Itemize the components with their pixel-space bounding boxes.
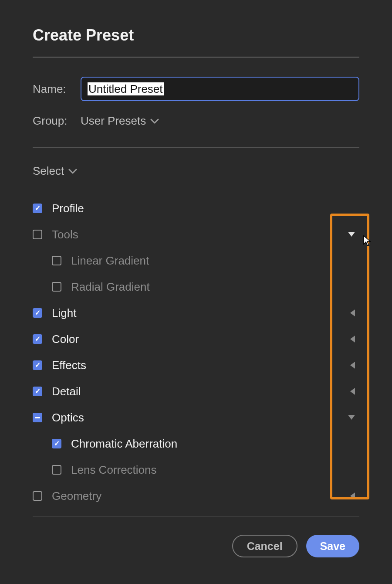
expand-color-toggle[interactable] — [350, 336, 355, 343]
expand-optics-toggle[interactable] — [348, 415, 355, 420]
expand-geometry-toggle[interactable] — [350, 492, 355, 499]
svg-marker-3 — [350, 362, 355, 369]
select-dropdown[interactable]: Select — [33, 164, 359, 178]
item-light: ✓ Light — [33, 300, 359, 326]
divider — [33, 516, 359, 516]
triangle-left-icon — [350, 388, 355, 395]
item-linear-gradient: Linear Gradient — [33, 248, 359, 274]
create-preset-dialog: Create Preset Name: Untitled Preset Grou… — [0, 0, 392, 584]
checkbox-geometry[interactable] — [33, 491, 42, 501]
item-radial-gradient: Radial Gradient — [33, 274, 359, 300]
expand-light-toggle[interactable] — [350, 309, 355, 316]
chevron-down-icon — [68, 168, 77, 174]
checkbox-tools[interactable] — [33, 230, 42, 239]
svg-marker-5 — [348, 415, 355, 420]
expand-detail-toggle[interactable] — [350, 388, 355, 395]
item-label: Tools — [52, 228, 78, 241]
item-label: Color — [52, 333, 79, 346]
svg-marker-4 — [350, 388, 355, 395]
checkbox-optics[interactable] — [33, 413, 42, 422]
dialog-title: Create Preset — [33, 26, 359, 44]
name-input-value: Untitled Preset — [88, 82, 164, 95]
triangle-down-icon — [348, 232, 355, 237]
svg-marker-2 — [350, 336, 355, 343]
item-label: Lens Corrections — [71, 463, 157, 477]
triangle-left-icon — [350, 492, 355, 499]
checkbox-light[interactable]: ✓ — [33, 308, 42, 318]
checkbox-lens-corrections[interactable] — [52, 465, 61, 475]
divider — [33, 147, 359, 148]
item-effects: ✓ Effects — [33, 352, 359, 378]
save-button[interactable]: Save — [306, 535, 359, 557]
item-profile: ✓ Profile — [33, 195, 359, 221]
group-dropdown[interactable]: User Presets — [81, 114, 159, 128]
group-row: Group: User Presets — [33, 114, 359, 128]
item-label: Linear Gradient — [71, 254, 149, 268]
item-geometry: Geometry — [33, 483, 359, 509]
cursor-icon — [363, 235, 372, 248]
checkbox-effects[interactable]: ✓ — [33, 360, 42, 370]
triangle-down-icon — [348, 415, 355, 420]
name-input[interactable]: Untitled Preset — [81, 77, 359, 101]
triangle-left-icon — [350, 362, 355, 369]
group-value: User Presets — [81, 114, 146, 128]
item-label: Effects — [52, 359, 86, 372]
dialog-buttons: Cancel Save — [33, 535, 359, 557]
item-label: Chromatic Aberration — [71, 437, 177, 451]
item-detail: ✓ Detail — [33, 378, 359, 404]
chevron-down-icon — [150, 118, 159, 124]
expand-effects-toggle[interactable] — [350, 362, 355, 369]
group-label: Group: — [33, 114, 81, 128]
svg-marker-6 — [350, 492, 355, 499]
checkbox-profile[interactable]: ✓ — [33, 204, 42, 213]
item-lens-corrections: Lens Corrections — [33, 457, 359, 483]
divider — [33, 57, 359, 58]
checkbox-linear-gradient[interactable] — [52, 256, 61, 265]
svg-marker-0 — [348, 232, 355, 237]
checkbox-radial-gradient[interactable] — [52, 282, 61, 292]
item-label: Optics — [52, 411, 84, 424]
triangle-left-icon — [350, 309, 355, 316]
cancel-button[interactable]: Cancel — [232, 535, 297, 557]
triangle-left-icon — [350, 336, 355, 343]
item-label: Light — [52, 306, 76, 320]
expand-tools-toggle[interactable] — [348, 232, 355, 237]
item-label: Profile — [52, 202, 84, 215]
select-label: Select — [33, 164, 64, 178]
checkbox-detail[interactable]: ✓ — [33, 387, 42, 396]
item-label: Radial Gradient — [71, 280, 150, 294]
svg-marker-1 — [350, 309, 355, 316]
item-label: Detail — [52, 385, 81, 398]
item-label: Geometry — [52, 489, 101, 503]
checkbox-chromatic-aberration[interactable]: ✓ — [52, 439, 61, 448]
settings-list: ✓ Profile Tools Linear Gradient Radial G… — [33, 195, 359, 509]
name-label: Name: — [33, 82, 81, 96]
item-chromatic-aberration: ✓ Chromatic Aberration — [33, 431, 359, 457]
checkbox-color[interactable]: ✓ — [33, 334, 42, 344]
item-optics: Optics — [33, 404, 359, 431]
name-row: Name: Untitled Preset — [33, 77, 359, 101]
item-color: ✓ Color — [33, 326, 359, 352]
item-tools: Tools — [33, 221, 359, 248]
